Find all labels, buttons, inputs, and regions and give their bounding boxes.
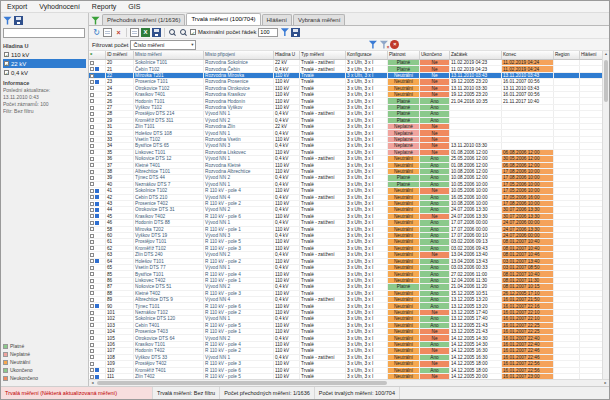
row-checkbox[interactable] bbox=[90, 176, 94, 180]
tab-vybrana-mereni[interactable]: Vybraná měření bbox=[293, 14, 345, 25]
column-header[interactable]: Hlášení bbox=[580, 51, 604, 59]
row-checkbox[interactable] bbox=[90, 112, 94, 116]
row-checkbox[interactable] bbox=[90, 291, 94, 295]
row-checkbox[interactable] bbox=[90, 304, 94, 308]
scroll-left-arrow[interactable]: ◄ bbox=[89, 380, 96, 386]
row-checkbox[interactable] bbox=[90, 368, 94, 372]
search-icon[interactable] bbox=[168, 28, 177, 37]
row-checkbox[interactable] bbox=[90, 214, 94, 218]
row-checkbox[interactable] bbox=[90, 362, 94, 366]
row-checkbox[interactable] bbox=[90, 279, 94, 283]
voltage-checkbox[interactable]: ✓ bbox=[4, 61, 9, 66]
apply-filter-icon[interactable] bbox=[280, 28, 289, 37]
column-header[interactable]: Region bbox=[554, 51, 580, 59]
row-checkbox[interactable] bbox=[90, 61, 94, 65]
column-header[interactable]: Místo měření bbox=[134, 51, 204, 59]
horizontal-scrollbar[interactable]: ◄ ► bbox=[89, 379, 609, 386]
row-checkbox[interactable] bbox=[90, 355, 94, 359]
row-checkbox[interactable] bbox=[90, 125, 94, 129]
voltage-level-item[interactable]: ✓0,4 kV bbox=[3, 68, 86, 77]
save-icon[interactable] bbox=[152, 28, 161, 37]
refresh-icon[interactable]: ↻ bbox=[92, 28, 101, 37]
filter-apply-icon[interactable] bbox=[368, 40, 377, 49]
header-select-cell[interactable]: * bbox=[89, 51, 106, 59]
menu-export[interactable]: Export bbox=[1, 1, 33, 12]
row-checkbox[interactable] bbox=[90, 311, 94, 315]
vertical-scrollbar[interactable]: ▲ ▼ bbox=[602, 51, 609, 386]
column-header[interactable]: Platnost bbox=[388, 51, 420, 59]
row-checkbox[interactable] bbox=[90, 86, 94, 90]
sidebar-save-icon[interactable] bbox=[14, 16, 23, 25]
row-checkbox[interactable] bbox=[90, 253, 94, 257]
tab-trvala-mereni[interactable]: Trvalá měření (100/704) bbox=[186, 13, 260, 25]
row-checkbox[interactable] bbox=[90, 336, 94, 340]
row-checkbox[interactable] bbox=[90, 106, 94, 110]
row-checkbox[interactable] bbox=[90, 227, 94, 231]
sidebar-filter-icon[interactable] bbox=[3, 16, 12, 25]
new-document-icon[interactable] bbox=[103, 28, 112, 37]
row-checkbox[interactable] bbox=[90, 163, 94, 167]
copy-icon[interactable] bbox=[130, 28, 139, 37]
scroll-right-arrow[interactable]: ► bbox=[602, 380, 609, 386]
row-checkbox[interactable] bbox=[90, 131, 94, 135]
vertical-scroll-thumb[interactable] bbox=[604, 60, 608, 102]
filter-column-combobox[interactable]: Číslo měření ▾ bbox=[130, 40, 196, 50]
row-checkbox[interactable] bbox=[90, 170, 94, 174]
horizontal-scroll-thumb[interactable] bbox=[97, 381, 387, 385]
max-rows-input[interactable] bbox=[258, 28, 278, 37]
row-checkbox[interactable] bbox=[90, 240, 94, 244]
row-checkbox[interactable] bbox=[90, 330, 94, 334]
row-checkbox[interactable] bbox=[90, 157, 94, 161]
advanced-search-icon[interactable] bbox=[179, 28, 188, 37]
save-filter-icon[interactable] bbox=[291, 28, 300, 37]
row-checkbox[interactable] bbox=[90, 266, 94, 270]
excel-export-icon[interactable]: X bbox=[141, 28, 150, 37]
row-checkbox[interactable] bbox=[90, 189, 94, 193]
voltage-checkbox[interactable]: ✓ bbox=[4, 70, 9, 75]
row-checkbox[interactable] bbox=[90, 375, 94, 379]
select-all-icon[interactable]: * bbox=[90, 52, 92, 58]
column-header[interactable]: Místo připojení bbox=[204, 51, 274, 59]
row-checkbox[interactable] bbox=[90, 285, 94, 289]
row-checkbox[interactable] bbox=[90, 298, 94, 302]
sidebar-search-input[interactable] bbox=[3, 28, 85, 38]
delete-icon[interactable]: × bbox=[114, 28, 123, 37]
row-checkbox[interactable] bbox=[90, 118, 94, 122]
tab-prechodna-mereni[interactable]: Přechodná měření (1/1636) bbox=[102, 14, 185, 25]
row-checkbox[interactable] bbox=[90, 317, 94, 321]
row-checkbox[interactable] bbox=[90, 150, 94, 154]
column-header[interactable]: Konfigurace bbox=[346, 51, 388, 59]
voltage-checkbox[interactable]: ✓ bbox=[4, 52, 9, 57]
row-checkbox[interactable] bbox=[90, 93, 94, 97]
column-header[interactable]: Hladina U bbox=[274, 51, 300, 59]
row-checkbox[interactable] bbox=[90, 221, 94, 225]
column-header[interactable]: Typ měření bbox=[300, 51, 346, 59]
row-checkbox[interactable] bbox=[90, 80, 94, 84]
voltage-level-item[interactable]: ✓110 kV bbox=[3, 50, 86, 59]
scroll-up-arrow[interactable]: ▲ bbox=[603, 51, 609, 58]
cancel-icon[interactable]: × bbox=[390, 40, 399, 49]
row-checkbox[interactable] bbox=[90, 234, 94, 238]
row-checkbox[interactable] bbox=[90, 144, 94, 148]
row-checkbox[interactable] bbox=[90, 323, 94, 327]
menu-reporty[interactable]: Reporty bbox=[86, 1, 123, 12]
column-header[interactable]: ID měření bbox=[106, 51, 134, 59]
voltage-level-item[interactable]: ✓22 kV bbox=[3, 59, 86, 68]
row-checkbox[interactable] bbox=[90, 99, 94, 103]
max-rows-checkbox[interactable]: ✓ bbox=[190, 29, 196, 35]
row-checkbox[interactable] bbox=[90, 195, 94, 199]
row-checkbox[interactable] bbox=[90, 259, 94, 263]
row-checkbox[interactable] bbox=[90, 272, 94, 276]
menu-gis[interactable]: GIS bbox=[122, 1, 146, 12]
row-checkbox[interactable] bbox=[90, 343, 94, 347]
tab-hlaseni[interactable]: Hlášení bbox=[262, 14, 292, 25]
row-checkbox[interactable] bbox=[90, 182, 94, 186]
row-checkbox[interactable] bbox=[90, 246, 94, 250]
row-checkbox[interactable] bbox=[90, 208, 94, 212]
row-checkbox[interactable] bbox=[90, 202, 94, 206]
row-checkbox[interactable] bbox=[90, 67, 94, 71]
column-header[interactable]: Ukončeno bbox=[420, 51, 450, 59]
row-checkbox[interactable] bbox=[90, 138, 94, 142]
row-checkbox[interactable] bbox=[90, 349, 94, 353]
menu-vyhodnoceni[interactable]: Vyhodnocení bbox=[33, 1, 86, 12]
